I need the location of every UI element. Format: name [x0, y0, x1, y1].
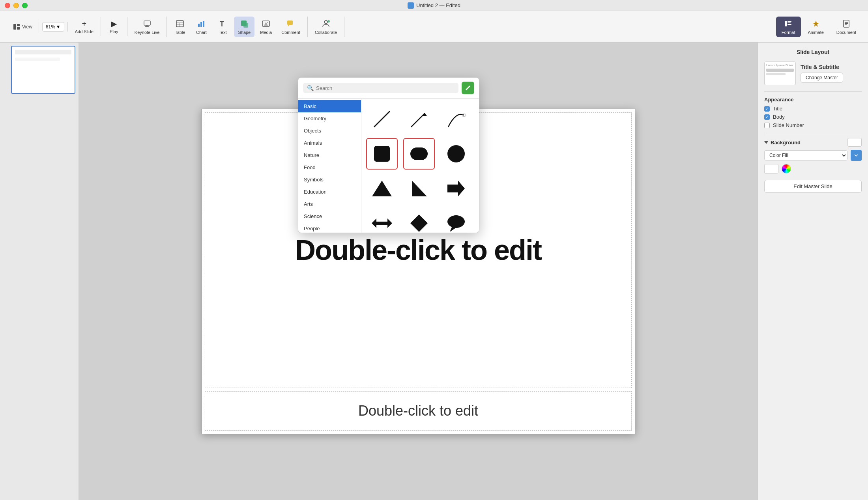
- document-icon: [842, 19, 851, 28]
- svg-rect-18: [287, 21, 293, 25]
- color-swatch[interactable]: [764, 164, 778, 174]
- color-fill-stepper[interactable]: [851, 150, 862, 161]
- doc-icon: [408, 2, 414, 9]
- layout-preview: Lorem Ipsum Dolor Title & Subtitle Chang…: [764, 62, 862, 85]
- svg-point-20: [324, 21, 327, 24]
- shape-diamond[interactable]: [403, 207, 435, 233]
- slide-subtitle[interactable]: Double-click to edit: [358, 403, 478, 419]
- document-button[interactable]: Document: [831, 17, 862, 37]
- animate-icon: [811, 19, 821, 28]
- picker-header: 🔍: [298, 78, 479, 99]
- search-input[interactable]: [316, 85, 455, 91]
- category-objects[interactable]: Objects: [298, 125, 361, 137]
- panel-title: Slide Layout: [764, 49, 862, 55]
- svg-rect-2: [17, 27, 20, 30]
- background-color-swatch[interactable]: [847, 138, 862, 147]
- insert-group: Table Chart T Text Shape: [167, 17, 308, 37]
- chart-button[interactable]: Chart: [191, 17, 211, 37]
- background-expand-icon[interactable]: [764, 141, 768, 144]
- format-button[interactable]: Format: [776, 17, 801, 37]
- shape-rounded-rect[interactable]: [403, 138, 435, 170]
- category-geometry[interactable]: Geometry: [298, 112, 361, 125]
- layout-name: Title & Subtitle: [801, 64, 862, 70]
- svg-point-17: [267, 22, 268, 23]
- shape-diagonal-line1[interactable]: [366, 103, 398, 135]
- keynote-live-button[interactable]: Keynote Live: [131, 17, 164, 37]
- svg-rect-25: [788, 24, 791, 25]
- color-fill-row: Color Fill: [764, 150, 862, 161]
- category-science[interactable]: Science: [298, 210, 361, 222]
- edit-master-button[interactable]: Edit Master Slide: [764, 180, 862, 193]
- category-animals[interactable]: Animals: [298, 137, 361, 149]
- change-master-button[interactable]: Change Master: [801, 73, 843, 83]
- view-icon: [13, 23, 21, 31]
- color-fill-select[interactable]: Color Fill: [764, 150, 847, 160]
- comment-button[interactable]: Comment: [277, 17, 304, 37]
- category-basic[interactable]: Basic: [298, 100, 361, 112]
- picker-edit-button[interactable]: [462, 82, 474, 94]
- play-button[interactable]: ▶ Play: [104, 17, 124, 36]
- divider-2: [764, 133, 862, 133]
- svg-rect-34: [374, 146, 390, 162]
- svg-marker-39: [447, 181, 465, 196]
- svg-rect-22: [785, 21, 787, 26]
- play-icon: ▶: [111, 20, 117, 28]
- add-slide-button[interactable]: + Add Slide: [71, 17, 97, 36]
- shape-picker-popup: 🔍 Basic Geometry Objects Animals Nature: [298, 77, 479, 233]
- shape-curve-line[interactable]: [440, 103, 472, 135]
- zoom-button[interactable]: 61% ▼: [42, 22, 64, 32]
- close-button[interactable]: [5, 3, 10, 8]
- background-header: Background: [764, 138, 862, 147]
- layout-thumbnail: Lorem Ipsum Dolor: [764, 62, 796, 85]
- svg-rect-6: [176, 21, 183, 27]
- body-checkbox[interactable]: [764, 114, 770, 120]
- background-title: Background: [771, 140, 801, 146]
- title-checkbox[interactable]: [764, 106, 770, 112]
- layout-info: Title & Subtitle Change Master: [801, 64, 862, 83]
- shape-button[interactable]: Shape: [234, 17, 254, 37]
- category-arts[interactable]: Arts: [298, 198, 361, 210]
- svg-rect-12: [203, 21, 204, 27]
- category-symbols[interactable]: Symbols: [298, 174, 361, 186]
- shape-arrow-right[interactable]: [440, 173, 472, 204]
- svg-rect-0: [13, 24, 16, 30]
- svg-line-30: [374, 111, 390, 127]
- text-button[interactable]: T Text: [213, 17, 232, 37]
- slide-title[interactable]: Double-click to edit: [295, 234, 541, 266]
- shape-speech-bubble[interactable]: [440, 207, 472, 233]
- window-title: Untitled 2 — Edited: [408, 2, 460, 9]
- svg-rect-11: [200, 22, 202, 27]
- shape-bidir-arrow[interactable]: [366, 207, 398, 233]
- shape-rounded-square[interactable]: [366, 138, 398, 170]
- svg-rect-28: [845, 23, 848, 24]
- color-wheel-button[interactable]: [782, 164, 791, 174]
- maximize-button[interactable]: [22, 3, 28, 8]
- category-nature[interactable]: Nature: [298, 149, 361, 161]
- media-button[interactable]: Media: [256, 17, 276, 37]
- svg-marker-37: [372, 181, 392, 196]
- svg-rect-29: [845, 24, 847, 25]
- svg-text:T: T: [220, 20, 224, 28]
- view-button[interactable]: View: [9, 21, 36, 33]
- search-icon: 🔍: [307, 85, 314, 91]
- toolbar: View 61% ▼ + Add Slide ▶ Play Keynote Li…: [0, 11, 868, 43]
- shape-triangle[interactable]: [366, 173, 398, 204]
- shape-circle[interactable]: [440, 138, 472, 170]
- category-food[interactable]: Food: [298, 161, 361, 174]
- animate-button[interactable]: Animate: [803, 17, 829, 37]
- shape-right-triangle[interactable]: [403, 173, 435, 204]
- search-box[interactable]: 🔍: [303, 83, 458, 93]
- appearance-section-title: Appearance: [764, 97, 862, 103]
- shape-arrow-line[interactable]: [403, 103, 435, 135]
- background-section: Background Color Fill: [764, 138, 862, 174]
- category-people[interactable]: People: [298, 222, 361, 233]
- svg-rect-15: [243, 23, 248, 28]
- category-education[interactable]: Education: [298, 186, 361, 198]
- slide-thumbnail[interactable]: [11, 46, 75, 94]
- minimize-button[interactable]: [13, 3, 19, 8]
- title-checkbox-label: Title: [773, 106, 782, 112]
- collaborate-button[interactable]: Collaborate: [311, 17, 341, 37]
- slide-number-checkbox[interactable]: [764, 123, 770, 128]
- table-button[interactable]: Table: [170, 17, 190, 37]
- svg-point-21: [327, 20, 330, 22]
